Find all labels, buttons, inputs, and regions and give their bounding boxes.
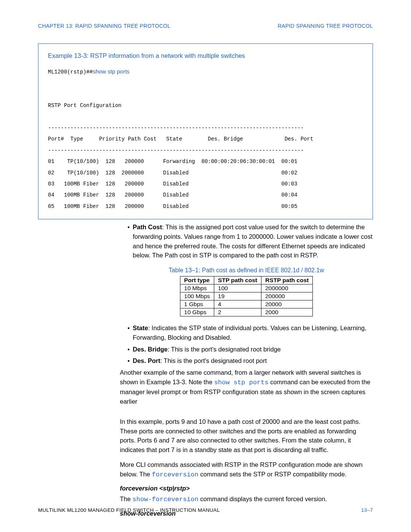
td: 19: [214, 292, 261, 300]
bullet-text: Path Cost: This is the assigned port cos…: [133, 222, 373, 260]
table-row: 1 Gbps 4 20000: [180, 300, 312, 308]
th-stp: STP path cost: [214, 276, 261, 284]
cli-divider: ----------------------------------------…: [48, 125, 304, 131]
footer-page-number: 13–7: [361, 507, 373, 513]
page-header: CHAPTER 13: RAPID SPANNING TREE PROTOCOL…: [38, 23, 373, 29]
page: CHAPTER 13: RAPID SPANNING TREE PROTOCOL…: [0, 0, 411, 532]
cli-row: 01 TP(10/100) 128 200000 Forwarding 80:0…: [48, 158, 297, 165]
td: 2: [214, 308, 261, 316]
table-row: 100 Mbps 19 200000: [180, 292, 312, 300]
bullet-text: Des. Bridge: This is the port's designat…: [133, 345, 373, 354]
bullet-text: Des. Port: This is the port's designated…: [133, 356, 373, 366]
td: 2000: [261, 308, 312, 316]
label-des-port: Des. Port: [133, 357, 160, 364]
cli-prompt: ML1200(rstp)##: [48, 69, 93, 75]
td: 2000000: [261, 284, 312, 292]
cli-row: 02 TP(10/100) 128 2000000 Disabled 00:02: [48, 170, 297, 176]
paragraph-4: The show-forceversion command displays t…: [120, 494, 373, 505]
bullet-des-bridge: • Des. Bridge: This is the port's design…: [120, 345, 373, 354]
cli-col-header: Port# Type Priority Path Cost State Des.…: [48, 136, 313, 142]
td: 4: [214, 300, 261, 308]
cli-command: show stp ports: [93, 68, 130, 75]
td: 10 Gbps: [180, 308, 214, 316]
p4a: The: [120, 495, 132, 502]
td: 20000: [261, 300, 312, 308]
label-path-cost: Path Cost: [133, 224, 162, 230]
bullet-dot-icon: •: [127, 356, 130, 366]
syntax-forceversion: forceversion <stp|rstp>: [120, 485, 373, 492]
cli-heading: RSTP Port Configuration: [48, 102, 121, 109]
header-right: RAPID SPANNING TREE PROTOCOL: [278, 23, 373, 29]
td: 100: [214, 284, 261, 292]
bullet-dot-icon: •: [127, 222, 130, 260]
label-des-bridge: Des. Bridge: [133, 346, 168, 353]
inline-cmd-forceversion: forceversion: [152, 471, 198, 478]
cli-divider: ----------------------------------------…: [48, 147, 304, 153]
header-left: CHAPTER 13: RAPID SPANNING TREE PROTOCOL: [38, 23, 170, 29]
table-row: 10 Mbps 100 2000000: [180, 284, 312, 292]
paragraph-1: Another example of the same command, fro…: [120, 368, 373, 406]
td: 100 Mbps: [180, 292, 214, 300]
bullet-dot-icon: •: [127, 345, 130, 354]
bullet-text: State: Indicates the STP state of indivi…: [133, 323, 373, 342]
th-rstp: RSTP path cost: [261, 276, 312, 284]
inline-cmd-show-stp-ports: show stp ports: [214, 379, 269, 386]
example-title: Example 13-3: RSTP information from a ne…: [48, 52, 363, 59]
p4b: command displays the current forced vers…: [198, 495, 327, 502]
path-cost-table: Port type STP path cost RSTP path cost 1…: [180, 276, 313, 316]
content-column: • Path Cost: This is the assigned port c…: [120, 222, 373, 517]
label-state: State: [133, 324, 148, 331]
paragraph-3: More CLI commands associated with RSTP i…: [120, 460, 373, 479]
text-state: : Indicates the STP state of individual …: [133, 324, 366, 341]
table-row: 10 Gbps 2 2000: [180, 308, 312, 316]
inline-cmd-show-forceversion: show-forceversion: [132, 496, 198, 503]
cli-row: 05 100MB Fiber 128 200000 Disabled 00:05: [48, 203, 297, 209]
td: 1 Gbps: [180, 300, 214, 308]
bullet-path-cost: • Path Cost: This is the assigned port c…: [120, 222, 373, 260]
cli-row: 04 100MB Fiber 128 200000 Disabled 00:04: [48, 192, 297, 198]
td: 10 Mbps: [180, 284, 214, 292]
cli-output: ML1200(rstp)##show stp ports RSTP Port C…: [48, 66, 363, 212]
th-port-type: Port type: [180, 276, 214, 284]
example-box: Example 13-3: RSTP information from a ne…: [38, 43, 373, 219]
bullet-dot-icon: •: [127, 323, 130, 342]
bullet-state: • State: Indicates the STP state of indi…: [120, 323, 373, 342]
cli-row: 03 100MB Fiber 128 200000 Disabled 00:03: [48, 181, 297, 187]
text-path-cost: : This is the assigned port cost value u…: [133, 224, 373, 259]
bullet-des-port: • Des. Port: This is the port's designat…: [120, 356, 373, 366]
footer-left: MULTILINK ML1200 MANAGED FIELD SWITCH – …: [38, 507, 220, 513]
page-footer: MULTILINK ML1200 MANAGED FIELD SWITCH – …: [38, 507, 373, 513]
td: 200000: [261, 292, 312, 300]
text-des-bridge: : This is the port's designated root bri…: [167, 346, 280, 353]
table-header-row: Port type STP path cost RSTP path cost: [180, 276, 312, 284]
paragraph-2: In this example, ports 9 and 10 have a p…: [120, 417, 373, 455]
table-title: Table 13–1: Path cost as defined in IEEE…: [120, 267, 373, 274]
p3b: command sets the STP or RSTP compatibili…: [199, 471, 347, 478]
text-des-port: : This is the port's designated root por…: [160, 357, 267, 364]
